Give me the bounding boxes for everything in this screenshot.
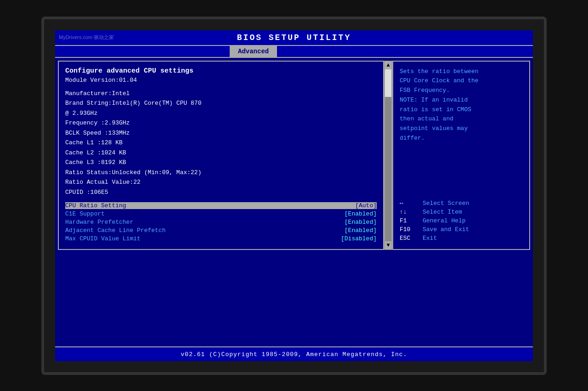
setting-c1e[interactable]: C1E Support [Enabled] — [65, 210, 377, 217]
key-f1: F1 General Help — [400, 217, 523, 224]
key-esc-label: ESC — [400, 235, 423, 242]
scrollbar-track — [385, 69, 391, 242]
setting-cpu-ratio[interactable]: CPU Ratio Setting [Auto] — [65, 202, 377, 209]
info-cache-l3: Cache L3 :8192 KB — [65, 158, 377, 167]
key-f10: F10 Save and Exit — [400, 226, 523, 233]
scrollbar-thumb[interactable] — [385, 69, 391, 97]
footer-bar: v02.61 (C)Copyright 1985-2009, American … — [55, 346, 533, 361]
setting-hw-prefetch[interactable]: Hardware Prefetcher [Enabled] — [65, 219, 377, 226]
section-heading: Configure advanced CPU settings — [65, 67, 377, 75]
title-bar: BIOS SETUP UTILITY — [55, 30, 533, 46]
info-manufacturer: Manufacturer:Intel — [65, 89, 377, 98]
key-arrows-ud: ↑↓ — [400, 209, 423, 215]
setting-adj-cache-value: [Enabled] — [345, 227, 377, 234]
left-panel: Configure advanced CPU settings Module V… — [58, 61, 384, 250]
key-f10-desc: Save and Exit — [423, 226, 469, 233]
key-esc-desc: Exit — [423, 235, 437, 242]
setting-c1e-value: [Enabled] — [345, 210, 377, 217]
content-area: Configure advanced CPU settings Module V… — [55, 58, 533, 253]
info-ratio-status: Ratio Status:Unlocked (Min:09, Max:22) — [65, 168, 377, 177]
info-frequency: Frequency :2.93GHz — [65, 119, 377, 128]
key-help-section: ↔ Select Screen ↑↓ Select Item F1 Genera… — [400, 200, 523, 244]
setting-cpuid-limit-label: Max CPUID Value Limit — [65, 235, 141, 242]
key-select-item-desc: Select Item — [423, 209, 462, 215]
scrollbar[interactable]: ▲ ▼ — [384, 61, 392, 250]
bios-title: BIOS SETUP UTILITY — [237, 33, 351, 42]
key-select-item: ↑↓ Select Item — [400, 209, 523, 215]
key-f10-label: F10 — [400, 226, 423, 233]
module-version: Module Version:01.04 — [65, 77, 377, 84]
key-select-screen: ↔ Select Screen — [400, 200, 523, 207]
help-text: Sets the ratio between CPU Core Clock an… — [400, 67, 523, 191]
watermark-text: MyDrivers.com 驱动之家 — [59, 34, 114, 41]
scroll-up-arrow[interactable]: ▲ — [385, 61, 390, 69]
key-select-screen-desc: Select Screen — [423, 200, 469, 207]
setting-adj-cache[interactable]: Adjacent Cache Line Prefetch [Enabled] — [65, 227, 377, 234]
info-cpuid: CPUID :106E5 — [65, 188, 377, 197]
tab-advanced[interactable]: Advanced — [230, 46, 277, 57]
key-arrows-lr: ↔ — [400, 200, 423, 207]
setting-cpuid-limit[interactable]: Max CPUID Value Limit [Disabled] — [65, 235, 377, 242]
setting-hw-prefetch-label: Hardware Prefetcher — [65, 219, 133, 226]
key-esc: ESC Exit — [400, 235, 523, 242]
tab-bar: Advanced — [55, 46, 533, 58]
scroll-down-arrow[interactable]: ▼ — [385, 241, 390, 249]
setting-hw-prefetch-value: [Enabled] — [345, 219, 377, 226]
setting-cpu-ratio-value: [Auto] — [355, 202, 377, 209]
key-f1-desc: General Help — [423, 217, 466, 224]
info-ratio-actual: Ratio Actual Value:22 — [65, 178, 377, 187]
setting-cpu-ratio-label: CPU Ratio Setting — [65, 202, 126, 209]
key-f1-label: F1 — [400, 217, 423, 224]
info-cache-l2: Cache L2 :1024 KB — [65, 148, 377, 158]
right-panel: Sets the ratio between CPU Core Clock an… — [392, 61, 530, 250]
info-brand-string: Brand String:Intel(R) Core(TM) CPU 870 — [65, 99, 377, 108]
footer-text: v02.61 (C)Copyright 1985-2009, American … — [181, 351, 407, 358]
info-brand-string-2: @ 2.93GHz — [65, 109, 377, 118]
info-cache-l1: Cache L1 :128 KB — [65, 138, 377, 147]
setting-c1e-label: C1E Support — [65, 210, 105, 217]
monitor: MyDrivers.com 驱动之家 BIOS SETUP UTILITY Ad… — [41, 17, 547, 375]
setting-cpuid-limit-value: [Disabled] — [341, 235, 377, 242]
info-bclk: BCLK Speed :133MHz — [65, 129, 377, 138]
screen: MyDrivers.com 驱动之家 BIOS SETUP UTILITY Ad… — [55, 30, 533, 361]
setting-adj-cache-label: Adjacent Cache Line Prefetch — [65, 227, 165, 234]
